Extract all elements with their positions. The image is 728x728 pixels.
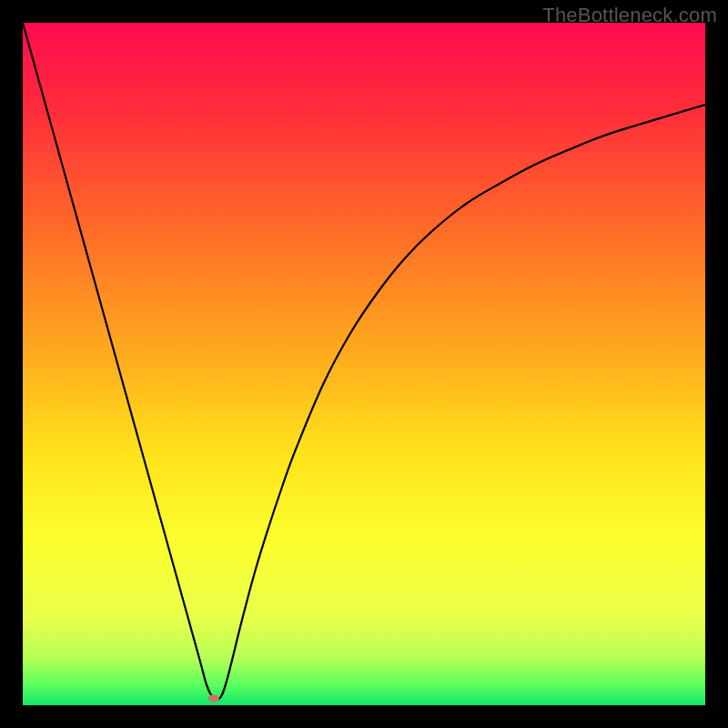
minimum-marker-icon <box>208 694 219 702</box>
chart-frame: TheBottleneck.com <box>0 0 728 728</box>
watermark-text: TheBottleneck.com <box>542 4 717 27</box>
plot-area <box>23 23 705 705</box>
bottleneck-curve <box>23 23 705 705</box>
